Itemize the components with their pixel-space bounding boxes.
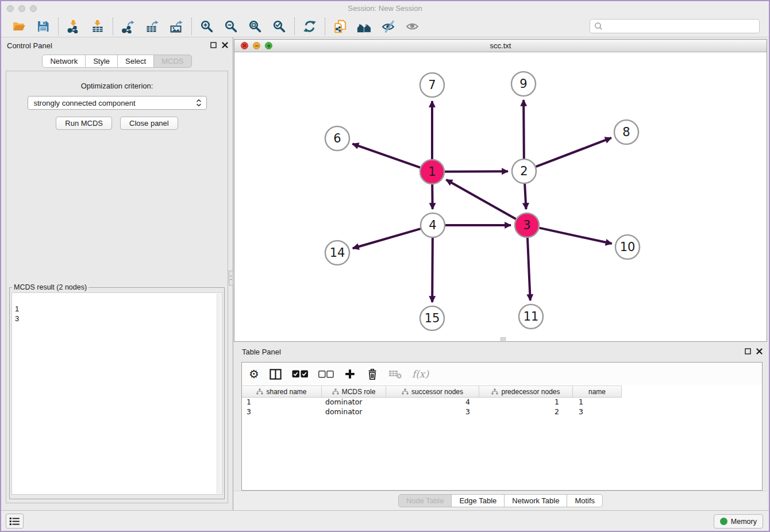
network-graph: 7968124314101511 <box>234 52 767 341</box>
tab-node-table[interactable]: Node Table <box>398 494 452 507</box>
home-button[interactable] <box>352 17 376 36</box>
graph-edge-2-3[interactable] <box>525 184 526 209</box>
graph-edge-4-15[interactable] <box>432 238 433 302</box>
zoom-out-button[interactable] <box>219 17 243 36</box>
show-hidden-button[interactable] <box>401 17 425 36</box>
save-floppy-icon <box>36 20 50 33</box>
import-network-button[interactable] <box>61 17 86 36</box>
function-builder-icon-disabled: f(x) <box>412 368 429 380</box>
delete-column-trash-icon[interactable] <box>366 368 379 381</box>
export-network-icon <box>121 20 135 33</box>
toolbar-separator <box>191 18 192 35</box>
graph-node-label: 6 <box>333 132 341 145</box>
network-canvas[interactable]: 7968124314101511 <box>234 52 767 341</box>
graph-edge-1-6[interactable] <box>352 144 420 167</box>
zoom-fit-icon <box>248 20 262 33</box>
graph-node-label: 4 <box>429 218 436 232</box>
refresh-icon <box>303 20 317 33</box>
optimization-criterion-label: Optimization criterion: <box>6 82 228 90</box>
mcds-result-list[interactable]: 1 3 <box>11 292 222 495</box>
control-panel: Control Panel Network Style Select MCDS … <box>1 37 233 510</box>
column-header-predecessor-nodes[interactable]: predecessor nodes <box>479 386 573 397</box>
tab-network[interactable]: Network <box>42 55 86 68</box>
refresh-view-button[interactable] <box>298 17 322 36</box>
zoom-in-button[interactable] <box>195 17 219 36</box>
search-field[interactable] <box>590 19 760 33</box>
tab-select[interactable]: Select <box>117 55 154 68</box>
add-column-icon[interactable] <box>344 368 356 380</box>
table-row[interactable]: 3dominator323 <box>242 407 762 417</box>
graph-edge-3-1[interactable] <box>446 180 515 219</box>
select-all-checkboxes-icon[interactable] <box>292 370 309 378</box>
table-cell: 2 <box>479 407 573 417</box>
eye-slash-icon <box>382 19 396 33</box>
tab-mcds[interactable]: MCDS <box>153 55 191 68</box>
table-cell: 4 <box>386 398 479 407</box>
table-settings-gear-icon[interactable]: ⚙ <box>249 368 259 380</box>
task-history-button[interactable] <box>6 514 24 529</box>
export-table-button[interactable] <box>140 17 164 36</box>
search-input[interactable] <box>603 22 756 30</box>
window-titlebar: Session: New Session <box>1 1 769 16</box>
table-row[interactable]: 1dominator411 <box>242 398 762 407</box>
tab-edge-table[interactable]: Edge Table <box>451 494 505 507</box>
run-mcds-button[interactable]: Run MCDS <box>56 117 112 130</box>
save-session-button[interactable] <box>31 17 55 36</box>
table-body: 1dominator4113dominator323 <box>242 398 762 417</box>
column-header-name[interactable]: name <box>573 386 622 397</box>
table-toolbar: ⚙ <box>242 363 762 385</box>
split-pane-icon[interactable] <box>269 368 282 381</box>
graph-edge-4-14[interactable] <box>353 229 421 248</box>
column-type-icon <box>256 388 263 395</box>
column-header-successor-nodes[interactable]: successor nodes <box>386 386 479 397</box>
table-tabs-strip: Node Table Edge Table Network Table Moti… <box>234 491 767 510</box>
column-header-MCDS-role[interactable]: MCDS role <box>322 386 386 397</box>
export-network-button[interactable] <box>116 17 140 36</box>
canvas-splitter-grip[interactable] <box>500 337 506 341</box>
export-image-button[interactable] <box>164 17 188 36</box>
import-table-icon <box>91 20 105 33</box>
graph-node-label: 1 <box>428 165 436 179</box>
graph-edge-1-2[interactable] <box>445 171 508 172</box>
toolbar-separator <box>325 18 325 35</box>
open-session-button[interactable] <box>7 17 31 36</box>
close-table-panel-icon[interactable] <box>756 348 763 354</box>
open-network-file-button[interactable] <box>328 17 352 36</box>
network-window-title: scc.txt <box>234 41 767 50</box>
graph-node-label: 2 <box>520 164 528 178</box>
tab-style[interactable]: Style <box>85 55 118 68</box>
deselect-all-checkboxes-icon[interactable] <box>318 371 334 378</box>
import-table-button[interactable] <box>86 17 110 36</box>
mcds-panel: Optimization criterion: strongly connect… <box>6 71 228 503</box>
zoom-out-icon <box>224 20 238 33</box>
criterion-value: strongly connected component <box>34 99 136 107</box>
float-panel-icon[interactable] <box>210 42 217 48</box>
graph-edge-2-8[interactable] <box>536 138 611 167</box>
close-panel-icon[interactable] <box>222 42 228 48</box>
stepper-arrows-icon <box>195 99 203 107</box>
node-table-container: ⚙ <box>241 362 763 491</box>
zoom-fit-button[interactable] <box>243 17 267 36</box>
column-type-icon <box>491 388 498 395</box>
mcds-result-groupbox: MCDS result (2 nodes) 1 3 <box>9 283 225 499</box>
main-toolbar <box>1 16 769 37</box>
tab-network-table[interactable]: Network Table <box>504 494 567 507</box>
table-cell: dominator <box>322 407 386 417</box>
zoom-selected-button[interactable] <box>267 17 291 36</box>
hide-selected-button[interactable] <box>376 17 401 36</box>
criterion-dropdown[interactable]: strongly connected component <box>28 96 207 110</box>
float-table-panel-icon[interactable] <box>745 348 751 354</box>
result-scrollbar[interactable] <box>217 294 221 494</box>
graph-edge-3-11[interactable] <box>528 238 530 300</box>
memory-button[interactable]: Memory <box>714 514 763 529</box>
zoom-in-icon <box>200 20 214 33</box>
workspace-area: scc.txt 7968124314101511 Table Panel <box>233 37 769 510</box>
panel-splitter-grip[interactable] <box>229 271 233 286</box>
tab-motifs[interactable]: Motifs <box>567 494 603 507</box>
graph-edge-3-10[interactable] <box>539 228 611 244</box>
close-panel-button[interactable]: Close panel <box>120 117 178 130</box>
graph-node-label: 9 <box>519 77 527 91</box>
table-cell: 1 <box>242 398 322 407</box>
column-header-shared-name[interactable]: shared name <box>242 386 322 397</box>
graph-edge-2-9[interactable] <box>523 100 524 159</box>
